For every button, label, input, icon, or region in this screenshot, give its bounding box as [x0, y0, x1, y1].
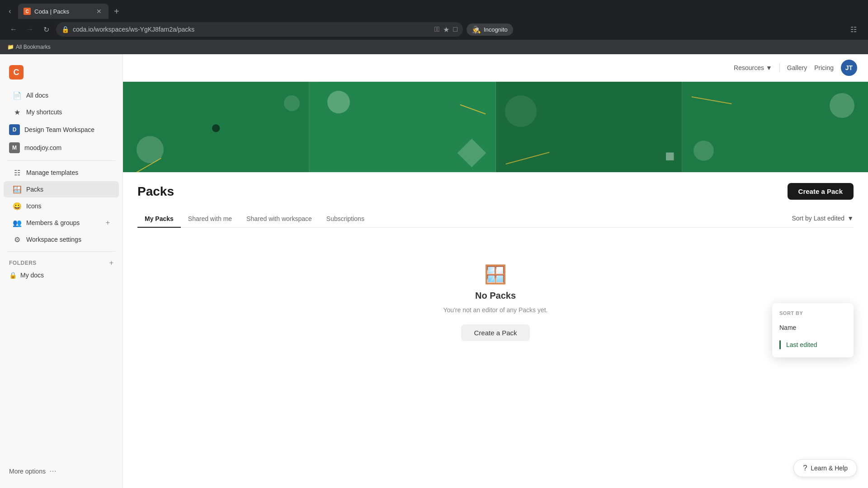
shortcuts-label: My shortcuts: [26, 108, 110, 116]
new-tab-btn[interactable]: +: [110, 5, 123, 19]
user-avatar[interactable]: JT: [841, 60, 857, 76]
sort-last-edited-option[interactable]: Last edited: [772, 336, 854, 354]
tab-shared-with-workspace[interactable]: Shared with workspace: [239, 211, 319, 228]
nav-divider: [779, 63, 780, 72]
sort-name-option[interactable]: Name: [772, 319, 854, 336]
active-tab[interactable]: C Coda | Packs ✕: [18, 4, 108, 19]
tab-subscriptions[interactable]: Subscriptions: [319, 211, 372, 228]
packs-label: Packs: [26, 186, 110, 193]
reload-btn[interactable]: ↻: [40, 23, 52, 36]
back-btn[interactable]: ←: [7, 23, 20, 36]
workspace-m-label: moodjoy.com: [24, 144, 61, 151]
page-title: Packs: [137, 184, 174, 199]
icons-label: Icons: [26, 202, 110, 210]
url-display: coda.io/workspaces/ws-YgKJ8fam2a/packs: [73, 26, 194, 33]
sidebar-item-workspace-settings[interactable]: ⚙ Workspace settings: [4, 231, 119, 248]
hero-banner: ● ■: [123, 82, 868, 172]
my-docs-folder[interactable]: 🔒 My docs: [9, 269, 113, 282]
packs-header: Packs Create a Pack: [137, 183, 854, 200]
more-options-label: More options: [9, 468, 46, 475]
chevron-down-icon: ▼: [766, 64, 772, 71]
bookmark-icon: 📁: [7, 44, 14, 50]
more-options[interactable]: More options ⋯: [0, 461, 123, 481]
browser-chrome: ‹ C Coda | Packs ✕ + ← → ↻ 🔒 coda.io/wor…: [0, 0, 868, 40]
tab-title: Coda | Packs: [34, 8, 91, 15]
sidebar-divider-2: [7, 251, 115, 252]
sidebar-item-members[interactable]: 👥 Members & groups +: [4, 215, 119, 231]
resources-link[interactable]: Resources ▼: [734, 64, 772, 71]
sidebar-item-manage-templates[interactable]: ☷ Manage templates: [4, 164, 119, 181]
sort-selected-indicator: [779, 340, 781, 349]
icons-icon: 😀: [13, 202, 22, 211]
sort-by-header: SORT BY: [772, 307, 854, 319]
top-nav: Resources ▼ Gallery Pricing JT: [123, 54, 868, 82]
manage-templates-label: Manage templates: [26, 169, 110, 176]
sort-dropdown: SORT BY Name Last edited: [772, 303, 854, 357]
star-icon: ★: [13, 108, 22, 117]
incognito-badge: 🕵 Incognito: [467, 23, 513, 36]
eye-off-icon: 👁̸: [434, 25, 440, 33]
all-bookmarks[interactable]: 📁 All Bookmarks: [7, 44, 51, 50]
workspace-settings-label: Workspace settings: [26, 236, 110, 243]
sidebar-logo[interactable]: C: [0, 61, 123, 87]
sidebar-item-all-docs[interactable]: 📄 All docs: [4, 87, 119, 103]
tab-close-btn[interactable]: ✕: [95, 7, 103, 15]
tab-bar: ‹ C Coda | Packs ✕ +: [0, 0, 868, 19]
create-pack-empty-btn[interactable]: Create a Pack: [461, 324, 529, 341]
workspace-m-item[interactable]: M moodjoy.com: [0, 139, 123, 157]
tabs-row: My Packs Shared with me Shared with work…: [137, 211, 854, 228]
address-bar[interactable]: 🔒 coda.io/workspaces/ws-YgKJ8fam2a/packs…: [56, 22, 463, 37]
app: C 📄 All docs ★ My shortcuts D Design Tea…: [0, 54, 868, 488]
sidebar-item-icons[interactable]: 😀 Icons: [4, 198, 119, 214]
content-area: ● ■: [123, 82, 868, 488]
workspace-m-avatar: M: [9, 142, 20, 153]
all-docs-icon: 📄: [13, 91, 22, 100]
lock-icon: 🔒: [9, 272, 17, 279]
add-folder-btn[interactable]: +: [109, 259, 113, 267]
browser-right-icons: ☷: [846, 22, 861, 37]
members-icon: 👥: [13, 218, 22, 227]
packs-icon: 🪟: [13, 185, 22, 194]
sidebar-divider: [7, 160, 115, 161]
create-pack-header-btn[interactable]: Create a Pack: [788, 183, 854, 200]
packs-content: Packs Create a Pack My Packs Shared with…: [123, 172, 868, 388]
workspace-d-label: Design Team Workspace: [24, 126, 94, 133]
split-view-icon[interactable]: □: [453, 25, 458, 33]
pricing-link[interactable]: Pricing: [814, 64, 834, 71]
tab-favicon: C: [24, 8, 31, 15]
settings-icon: ⚙: [13, 235, 22, 244]
address-bar-icons: 👁̸ ★ □: [434, 25, 458, 34]
sort-chevron-icon: ▼: [847, 215, 854, 222]
no-packs-state: 🪟 No Packs You're not an editor of any P…: [137, 228, 854, 377]
address-bar-row: ← → ↻ 🔒 coda.io/workspaces/ws-YgKJ8fam2a…: [0, 19, 868, 40]
add-member-btn[interactable]: +: [106, 219, 110, 227]
folders-title: FOLDERS: [9, 260, 37, 266]
all-docs-label: All docs: [26, 92, 110, 99]
sidebar-nav: 📄 All docs ★ My shortcuts D Design Team …: [0, 87, 123, 461]
learn-help-icon: ?: [803, 464, 807, 472]
main-content: Resources ▼ Gallery Pricing JT: [123, 54, 868, 488]
members-label: Members & groups: [26, 219, 101, 226]
incognito-icon: 🕵: [472, 25, 481, 34]
extensions-btn[interactable]: ☷: [846, 22, 861, 37]
sort-by-btn[interactable]: Sort by Last edited ▼: [792, 215, 854, 222]
coda-logo: C: [9, 65, 24, 80]
tab-back-btn[interactable]: ‹: [4, 5, 16, 18]
no-packs-title: No Packs: [475, 291, 516, 301]
workspace-d-item[interactable]: D Design Team Workspace: [0, 121, 123, 139]
folders-section: FOLDERS + 🔒 My docs: [0, 255, 123, 285]
puzzle-icon: 🪟: [484, 264, 507, 285]
bookmarks-bar: 📁 All Bookmarks: [0, 40, 868, 54]
manage-templates-icon: ☷: [13, 168, 22, 177]
gallery-link[interactable]: Gallery: [787, 64, 807, 71]
tab-shared-with-me[interactable]: Shared with me: [181, 211, 239, 228]
tab-my-packs[interactable]: My Packs: [137, 211, 181, 228]
learn-help-btn[interactable]: ? Learn & Help: [793, 459, 857, 477]
sidebar-item-packs[interactable]: 🪟 Packs: [4, 181, 119, 197]
folders-header: FOLDERS +: [9, 259, 113, 267]
workspace-d-avatar: D: [9, 124, 20, 135]
star-icon[interactable]: ★: [443, 25, 449, 34]
sidebar-item-shortcuts[interactable]: ★ My shortcuts: [4, 104, 119, 120]
more-dots-icon: ⋯: [49, 467, 57, 475]
forward-btn[interactable]: →: [24, 23, 36, 36]
